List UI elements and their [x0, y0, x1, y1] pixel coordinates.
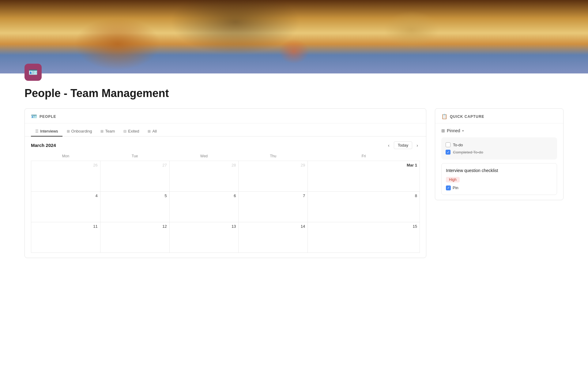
- tab-interviews-icon: ☰: [35, 129, 39, 133]
- iq-title: Interview question checklist: [446, 168, 552, 174]
- page-title: People - Team Management: [24, 87, 564, 100]
- cal-cell[interactable]: 7: [239, 192, 308, 222]
- page-icon-area: 🪪: [0, 64, 588, 81]
- cal-day-number: 8: [310, 193, 417, 198]
- cal-cell[interactable]: 28: [169, 161, 239, 192]
- people-panel: 🪪 PEOPLE ☰ Interviews ⊞ Onboarding ⊞ Tea…: [24, 108, 426, 258]
- cal-day-number: 26: [34, 163, 98, 167]
- quick-capture-panel: 📋 QUICK CAPTURE ⊞ Pinned ▾ To-do: [435, 108, 564, 200]
- chevron-down-icon: ▾: [462, 129, 464, 133]
- cal-cell[interactable]: 14: [239, 222, 308, 253]
- calendar-nav: March 2024 ‹ Today ›: [31, 141, 420, 149]
- page-content: People - Team Management 🪪 PEOPLE ☰ Inte…: [0, 81, 588, 270]
- tab-exited[interactable]: ⊟ Exited: [119, 126, 143, 137]
- cal-header-mon: Mon: [31, 153, 100, 161]
- people-tabs: ☰ Interviews ⊞ Onboarding ⊞ Team ⊟ Exite…: [25, 123, 426, 137]
- todo-checkbox-empty[interactable]: [446, 142, 450, 147]
- hero-banner: [0, 0, 588, 73]
- pin-checkbox[interactable]: ✓: [446, 185, 451, 190]
- cal-day-number: 7: [241, 193, 305, 198]
- todo-section: To-do ✓ Completed To-do: [441, 137, 557, 159]
- todo-label-1: To-do: [453, 143, 463, 147]
- calendar-area: March 2024 ‹ Today › Mon Tue Wed Thu: [25, 137, 426, 258]
- cal-day-number: 29: [241, 163, 305, 167]
- tab-all-label: All: [152, 129, 156, 133]
- cal-day-number: 4: [34, 193, 98, 198]
- tab-interviews[interactable]: ☰ Interviews: [31, 126, 62, 137]
- cal-day-number: 15: [310, 224, 417, 229]
- calendar-today-button[interactable]: Today: [394, 141, 413, 149]
- page-icon-badge: 🪪: [24, 64, 42, 81]
- cal-day-number: 5: [103, 193, 167, 198]
- qc-header-title: QUICK CAPTURE: [450, 114, 484, 119]
- tab-onboarding-label: Onboarding: [71, 129, 92, 133]
- qc-header-icon: 📋: [441, 114, 447, 119]
- tab-exited-icon: ⊟: [123, 129, 126, 133]
- cal-cell[interactable]: 13: [169, 222, 239, 253]
- interview-question-card: Interview question checklist High ✓ Pin: [441, 163, 557, 195]
- calendar-next-button[interactable]: ›: [415, 142, 420, 149]
- todo-checkbox-checked[interactable]: ✓: [446, 150, 450, 155]
- calendar-grid: Mon Tue Wed Thu Fri 26272829Mar 14567811…: [31, 153, 420, 253]
- tab-onboarding[interactable]: ⊞ Onboarding: [62, 126, 96, 137]
- cal-day-number: 27: [103, 163, 167, 167]
- cal-header-tue: Tue: [100, 153, 169, 161]
- cal-day-number: 12: [103, 224, 167, 229]
- cal-cell[interactable]: 11: [31, 222, 100, 253]
- cal-cell[interactable]: 29: [239, 161, 308, 192]
- pin-label: Pin: [453, 185, 458, 190]
- calendar-nav-buttons: ‹ Today ›: [386, 141, 420, 149]
- todo-label-2: Completed To-do: [453, 150, 483, 155]
- cal-cell[interactable]: 15: [308, 222, 420, 253]
- tab-team-label: Team: [105, 129, 115, 133]
- badge-emoji: 🪪: [28, 68, 38, 77]
- cal-cell[interactable]: 5: [100, 192, 169, 222]
- cal-header-thu: Thu: [239, 153, 308, 161]
- people-panel-title: PEOPLE: [40, 114, 56, 119]
- cal-day-number: 13: [172, 224, 236, 229]
- todo-item-2: ✓ Completed To-do: [446, 148, 553, 156]
- pin-item: ✓ Pin: [446, 185, 552, 190]
- tab-all[interactable]: ⊞ All: [143, 126, 161, 137]
- cal-cell[interactable]: 26: [31, 161, 100, 192]
- tab-team-icon: ⊞: [100, 129, 104, 133]
- qc-header: 📋 QUICK CAPTURE: [435, 109, 563, 123]
- todo-item-1: To-do: [446, 141, 553, 148]
- qc-body: ⊞ Pinned ▾ To-do ✓ Completed To-do: [435, 123, 563, 200]
- cal-day-number: Mar 1: [310, 163, 417, 167]
- tab-interviews-label: Interviews: [40, 129, 58, 133]
- tab-exited-label: Exited: [128, 129, 139, 133]
- tab-team[interactable]: ⊞ Team: [96, 126, 119, 137]
- grid-icon: ⊞: [441, 128, 445, 133]
- cal-day-number: 6: [172, 193, 236, 198]
- hero-photo: [0, 0, 588, 73]
- calendar-prev-button[interactable]: ‹: [386, 142, 391, 149]
- cal-cell[interactable]: 8: [308, 192, 420, 222]
- main-grid: 🪪 PEOPLE ☰ Interviews ⊞ Onboarding ⊞ Tea…: [24, 108, 564, 258]
- cal-header-fri: Fri: [308, 153, 420, 161]
- cal-day-number: 14: [241, 224, 305, 229]
- cal-day-number: 28: [172, 163, 236, 167]
- pinned-label: Pinned: [447, 128, 460, 133]
- people-panel-header: 🪪 PEOPLE: [25, 109, 426, 123]
- tab-all-icon: ⊞: [148, 129, 151, 133]
- cal-day-number: 11: [34, 224, 98, 229]
- cal-cell[interactable]: 27: [100, 161, 169, 192]
- priority-high-tag: High: [446, 177, 460, 182]
- cal-header-wed: Wed: [169, 153, 239, 161]
- tab-onboarding-icon: ⊞: [67, 129, 70, 133]
- people-panel-icon: 🪪: [31, 114, 37, 119]
- cal-cell[interactable]: 12: [100, 222, 169, 253]
- pinned-header[interactable]: ⊞ Pinned ▾: [441, 128, 557, 133]
- calendar-month-year: March 2024: [31, 143, 56, 148]
- cal-cell[interactable]: Mar 1: [308, 161, 420, 192]
- cal-cell[interactable]: 6: [169, 192, 239, 222]
- cal-cell[interactable]: 4: [31, 192, 100, 222]
